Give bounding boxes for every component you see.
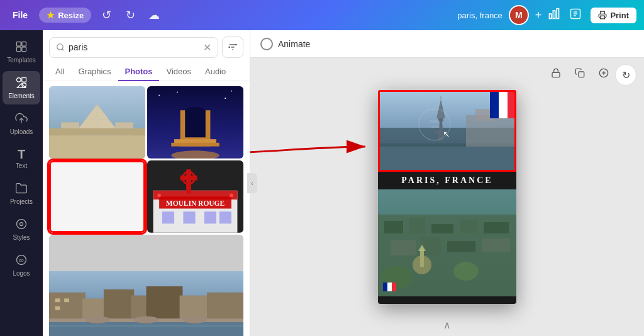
svg-point-42 (225, 98, 226, 99)
svg-point-40 (158, 94, 160, 96)
svg-rect-66 (55, 298, 60, 302)
refresh-button[interactable]: ↻ (615, 64, 636, 86)
svg-rect-52 (162, 211, 174, 223)
svg-point-23 (235, 44, 237, 46)
lock-canvas-icon[interactable] (547, 64, 565, 82)
uploads-label: Uploads (10, 128, 33, 135)
svg-point-15 (20, 223, 23, 226)
main-layout: Templates Elements Uploads T Text (0, 30, 644, 336)
svg-rect-100 (409, 218, 425, 233)
share-icon[interactable] (567, 8, 584, 23)
poster-card[interactable]: PARIS FRANCE ↖ (378, 90, 516, 304)
poster-top-image: PARIS FRANCE ↖ (378, 90, 516, 172)
svg-rect-101 (431, 224, 453, 233)
project-title: paris, france (457, 11, 502, 20)
sidebar-item-styles[interactable]: Styles (3, 213, 40, 246)
analytics-icon[interactable] (548, 8, 560, 23)
filter-button[interactable] (222, 36, 243, 58)
panel-collapse-handle[interactable]: ‹ (247, 173, 257, 193)
svg-rect-109 (420, 249, 424, 267)
poster-title-area: PARIS, FRANCE (378, 172, 516, 189)
tab-graphics[interactable]: Graphics (72, 63, 117, 81)
svg-rect-67 (64, 298, 69, 302)
canvas-area: Animate (250, 30, 644, 336)
tab-photos[interactable]: Photos (118, 63, 158, 81)
copy-canvas-icon[interactable] (571, 64, 589, 82)
tab-all[interactable]: All (49, 63, 70, 81)
svg-point-43 (231, 91, 232, 92)
user-avatar[interactable]: M (509, 5, 529, 25)
svg-rect-75 (552, 72, 560, 77)
svg-point-73 (134, 316, 158, 323)
svg-line-19 (62, 49, 64, 51)
styles-icon (15, 218, 28, 232)
topbar-left: File ★ Resize ↺ ↻ ☁ (8, 8, 163, 23)
svg-text:FRANCE: FRANCE (430, 125, 440, 128)
svg-rect-2 (557, 9, 559, 19)
svg-point-24 (228, 47, 230, 48)
styles-label: Styles (13, 234, 30, 241)
svg-rect-103 (484, 222, 509, 233)
redo-icon[interactable]: ↻ (121, 8, 139, 22)
clear-search-icon[interactable]: ✕ (203, 42, 211, 53)
canvas-content[interactable]: ↻ (250, 58, 644, 336)
sidebar-item-projects[interactable]: Projects (3, 177, 40, 210)
animate-label[interactable]: Animate (278, 39, 310, 49)
search-input-wrap: ✕ (49, 37, 218, 58)
svg-rect-113 (383, 283, 387, 291)
add-canvas-icon[interactable] (595, 64, 613, 82)
top-bar: File ★ Resize ↺ ↻ ☁ paris, france M + P (0, 0, 644, 30)
svg-rect-104 (391, 240, 416, 255)
svg-rect-102 (460, 220, 477, 233)
svg-text:PARIS: PARIS (430, 120, 440, 123)
sidebar-item-text[interactable]: T Text (3, 143, 40, 174)
svg-rect-53 (183, 211, 195, 223)
svg-rect-6 (22, 42, 26, 47)
svg-point-9 (17, 78, 21, 82)
svg-text:↖: ↖ (443, 129, 450, 139)
photo-arc[interactable] (147, 86, 243, 159)
poster-container: PARIS FRANCE ↖ (378, 90, 516, 304)
resize-button[interactable]: ★ Resize (39, 8, 91, 23)
svg-rect-114 (387, 283, 392, 291)
sidebar-item-uploads[interactable]: Uploads (3, 107, 40, 140)
svg-rect-55 (219, 211, 231, 223)
svg-rect-105 (422, 237, 441, 255)
svg-rect-8 (22, 47, 26, 52)
svg-rect-94 (499, 90, 508, 118)
add-collaborator-button[interactable]: + (535, 9, 542, 22)
text-label: Text (16, 162, 27, 169)
svg-rect-99 (384, 221, 403, 233)
projects-icon (15, 182, 28, 196)
photo-empty-selected[interactable] (49, 160, 145, 233)
photo-river-seine[interactable] (49, 235, 243, 337)
photos-grid: MOULIN ROUGE (43, 81, 250, 336)
svg-rect-71 (49, 324, 243, 327)
scroll-indicator[interactable]: ∧ (443, 319, 451, 331)
svg-rect-76 (579, 72, 584, 77)
svg-rect-106 (447, 241, 475, 252)
sidebar-item-logos[interactable]: co. Logos (3, 249, 40, 282)
cloud-icon[interactable]: ☁ (145, 8, 163, 22)
tab-audio[interactable]: Audio (199, 63, 232, 81)
sidebar-item-elements[interactable]: Elements (3, 71, 40, 104)
svg-rect-47 (186, 169, 191, 193)
undo-icon[interactable]: ↺ (97, 8, 115, 22)
sidebar-item-templates[interactable]: Templates (3, 35, 40, 69)
tab-videos[interactable]: Videos (160, 63, 198, 81)
left-panel: ✕ All Graphics Photos Videos Audio (43, 30, 250, 336)
search-input[interactable] (69, 42, 199, 52)
photo-louvre[interactable] (49, 86, 145, 159)
file-menu[interactable]: File (8, 8, 33, 23)
templates-label: Templates (7, 57, 36, 64)
svg-point-74 (182, 316, 207, 323)
svg-rect-95 (508, 90, 516, 118)
svg-rect-81 (378, 143, 516, 172)
topbar-right: paris, france M + Print (457, 5, 636, 25)
svg-rect-7 (17, 47, 21, 52)
elements-icon (15, 76, 28, 91)
poster-bottom-image (378, 189, 516, 304)
print-button[interactable]: Print (591, 8, 636, 23)
photo-moulin-rouge[interactable]: MOULIN ROUGE (147, 160, 243, 233)
svg-rect-54 (204, 211, 216, 223)
